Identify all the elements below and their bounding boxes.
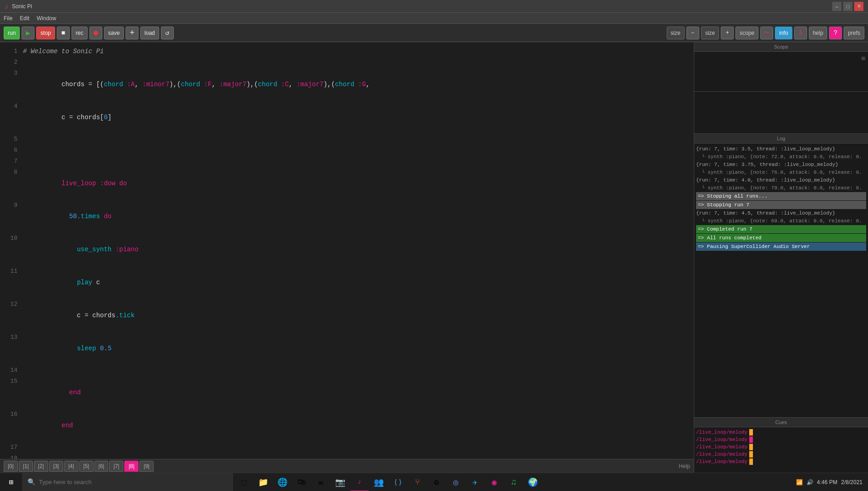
info-lambda-icon[interactable]: λ	[794, 27, 807, 39]
save-button[interactable]: save	[104, 27, 124, 39]
buffer-tab-1[interactable]: |1|	[19, 461, 33, 472]
stop-square-button[interactable]: ■	[57, 27, 70, 39]
log-panel: Log {run: 7, time: 3.5, thread: :live_lo…	[694, 134, 868, 418]
buffer-tab-3[interactable]: |3|	[49, 461, 63, 472]
stop-button[interactable]: stop	[36, 27, 55, 39]
code-line-13: 13 sleep 0.5	[0, 332, 694, 365]
log-entry-7: => Stopping run 7	[696, 201, 866, 209]
menu-edit[interactable]: Edit	[20, 15, 29, 22]
scope-canvas: ⊞	[694, 52, 868, 130]
windows-icon: ⊞	[9, 478, 13, 487]
buffer-tab-0[interactable]: |0|	[4, 461, 18, 472]
taskbar-app-mail[interactable]: ✉	[312, 473, 330, 491]
code-line-10: 10 use_synth :piano	[0, 233, 694, 266]
prefs-button[interactable]: prefs	[844, 27, 864, 39]
log-entry-8: {run: 7, time: 4.5, thread: :live_loop_m…	[696, 210, 866, 217]
taskbar-app-git[interactable]: ⑂	[408, 473, 426, 491]
reload-icon-button[interactable]: ↺	[161, 27, 174, 39]
menubar: File Edit Window	[0, 13, 868, 24]
scope-panel: Scope ⊞	[694, 42, 868, 134]
size-decrease-button[interactable]: size	[667, 27, 685, 39]
scope-expand-icon[interactable]: ⊞	[862, 55, 865, 62]
code-line-6: 6	[0, 145, 694, 156]
toolbar: run ▶ stop ■ rec save + load ↺ size – si…	[0, 24, 868, 42]
log-entry-1: └ synth :piano, {note: 72.0, attack: 0.0…	[696, 153, 866, 160]
start-button[interactable]: ⊞	[0, 473, 22, 491]
code-line-11: 11 play c	[0, 266, 694, 299]
buffer-tab-2[interactable]: |2|	[34, 461, 48, 472]
size-plus-icon[interactable]: +	[721, 27, 734, 39]
log-entry-11: => All runs completed	[696, 234, 866, 242]
info-button[interactable]: info	[775, 27, 792, 39]
run-button[interactable]: run	[4, 27, 20, 39]
taskbar-app-discord[interactable]: ◎	[447, 473, 465, 491]
help-icon-button[interactable]: ?	[829, 27, 842, 39]
buffer-tab-9[interactable]: |9|	[139, 461, 154, 472]
log-entry-0: {run: 7, time: 3.5, thread: :live_loop_m…	[696, 145, 866, 153]
taskbar-app-spotify[interactable]: ♫	[504, 473, 523, 491]
taskbar-time: 4:46 PM	[817, 479, 838, 485]
cues-content: /live_loop/melody /live_loop/melody /liv…	[694, 427, 868, 468]
code-line-9: 9 50.times do	[0, 200, 694, 233]
log-entry-6: => Stopping all runs...	[696, 192, 866, 200]
play-icon-button[interactable]: ▶	[22, 27, 34, 39]
taskbar-app-edge[interactable]: 🌐	[273, 473, 292, 491]
load-button[interactable]: load	[140, 27, 159, 39]
taskbar-app-camera[interactable]: 📷	[331, 473, 349, 491]
rec-button[interactable]: rec	[72, 27, 88, 39]
menu-file[interactable]: File	[4, 15, 12, 22]
taskbar-app-multidesktop[interactable]: ⬚	[235, 473, 253, 491]
scope-button[interactable]: scope	[735, 27, 758, 39]
help-button[interactable]: help	[809, 27, 828, 39]
code-line-4: 4 c = chords[0]	[0, 101, 694, 134]
buffer-tab-8[interactable]: |8|	[124, 461, 138, 472]
log-entry-12: => Pausing SuperCollider Audio Server	[696, 243, 866, 251]
taskbar-app-browser2[interactable]: 🌍	[524, 473, 542, 491]
taskbar-app-chrome[interactable]: ◉	[485, 473, 503, 491]
taskbar-app-settings[interactable]: ⚙	[427, 473, 446, 491]
taskbar-app-store[interactable]: 🛍	[293, 473, 311, 491]
log-entry-2: {run: 7, time: 3.75, thread: :live_loop_…	[696, 161, 866, 168]
minimize-button[interactable]: –	[832, 2, 841, 11]
buffer-tab-7[interactable]: |7|	[109, 461, 123, 472]
taskbar-network-icon: 📶	[796, 479, 803, 485]
cue-item-1: /live_loop/melody	[696, 436, 866, 443]
log-entry-10: => Completed run 7	[696, 225, 866, 233]
taskbar-date: 2/8/2021	[841, 479, 862, 485]
cue-bar-4	[749, 458, 753, 465]
maximize-button[interactable]: □	[843, 2, 852, 11]
code-line-8: 8 live_loop :dow do	[0, 167, 694, 200]
code-line-16: 16 end	[0, 409, 694, 442]
add-icon-button[interactable]: +	[126, 27, 138, 39]
scope-wave-icon[interactable]: 〜	[760, 27, 773, 39]
taskbar-search-input[interactable]	[39, 479, 227, 485]
main-area: 1 # Welcome to Sonic Pi 2 3 chords = [(c…	[0, 42, 868, 473]
taskbar-apps: ⬚ 📁 🌐 🛍 ✉ 📷 ♪ 👥 ⟨⟩ ⑂ ⚙ ◎ ✈ ◉ ♫ 🌍	[233, 473, 544, 491]
right-panel: Scope ⊞ Log {run: 7, time: 3.5, thread: …	[694, 42, 868, 473]
titlebar: ♪ Sonic Pi – □ ✕	[0, 0, 868, 13]
menu-window[interactable]: Window	[37, 15, 56, 22]
code-line-1: 1 # Welcome to Sonic Pi	[0, 46, 694, 57]
code-editor[interactable]: 1 # Welcome to Sonic Pi 2 3 chords = [(c…	[0, 42, 694, 459]
buffer-tabs: |0| |1| |2| |3| |4| |5| |6| |7| |8| |9| …	[0, 459, 694, 473]
size-increase-button[interactable]: size	[701, 27, 719, 39]
close-button[interactable]: ✕	[854, 2, 863, 11]
taskbar-app-explorer[interactable]: 📁	[254, 473, 272, 491]
buffer-tab-6[interactable]: |6|	[94, 461, 109, 472]
buffer-tab-4[interactable]: |4|	[64, 461, 78, 472]
log-entry-9: └ synth :piano, {note: 69.0, attack: 0.0…	[696, 217, 866, 225]
cues-label: Cues	[694, 418, 868, 427]
taskbar-app-telegram[interactable]: ✈	[466, 473, 484, 491]
cue-item-3: /live_loop/melody	[696, 451, 866, 458]
cue-bar-1	[749, 436, 753, 443]
taskbar-app-teams[interactable]: 👥	[370, 473, 388, 491]
code-line-18: 18	[0, 453, 694, 459]
taskbar-search[interactable]: 🔍	[22, 473, 233, 491]
size-minus-icon[interactable]: –	[686, 27, 699, 39]
code-line-7: 7	[0, 156, 694, 167]
buffer-tab-5[interactable]: |5|	[79, 461, 94, 472]
taskbar-app-vscode[interactable]: ⟨⟩	[389, 473, 407, 491]
taskbar-app-sonic-pi[interactable]: ♪	[350, 473, 369, 491]
code-line-12: 12 c = chords.tick	[0, 299, 694, 332]
log-entry-4: {run: 7, time: 4.0, thread: :live_loop_m…	[696, 177, 866, 184]
